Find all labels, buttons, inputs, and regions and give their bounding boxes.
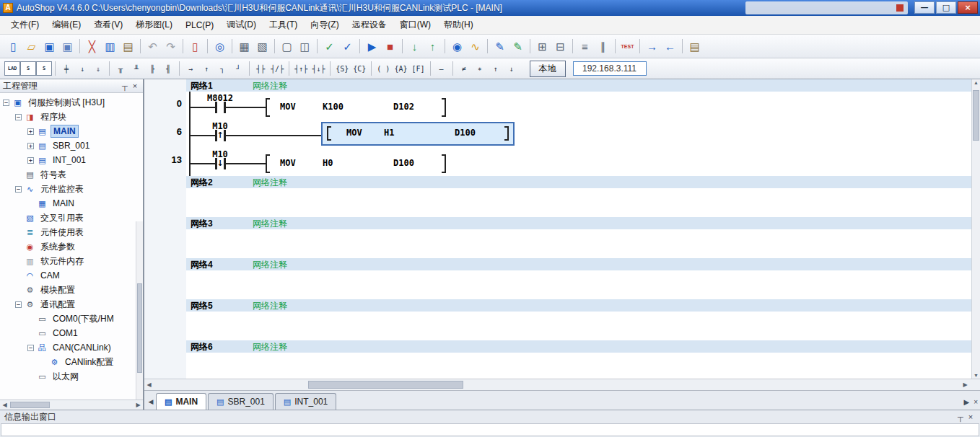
save-button[interactable]: ▣: [40, 37, 58, 56]
tree-item[interactable]: +⚙CANlink配置: [0, 355, 143, 369]
move-up-button[interactable]: ↑: [488, 61, 504, 76]
tree-item[interactable]: +▦MAIN: [0, 196, 143, 211]
tree-item[interactable]: +▧交叉引用表: [0, 211, 143, 225]
tree-expander[interactable]: −: [27, 345, 34, 351]
network-comment[interactable]: 网络注释: [253, 177, 287, 189]
tree-item[interactable]: +▥软元件内存: [0, 254, 143, 268]
upload-from-plc-button[interactable]: ↑: [424, 37, 442, 56]
contact-operand-label[interactable]: M10: [198, 149, 242, 159]
editor-vertical-scrollbar[interactable]: ▲ ▼: [971, 79, 980, 379]
maximize-button[interactable]: □: [936, 1, 956, 14]
delete-row-button[interactable]: ╨: [128, 61, 144, 76]
line-corner-down-button[interactable]: ┐: [214, 61, 230, 76]
network-comment[interactable]: 网络注释: [253, 300, 287, 312]
oscilloscope-button[interactable]: ∿: [466, 37, 484, 56]
tree-item[interactable]: +⚙模块配置: [0, 283, 143, 297]
contact-operand-label[interactable]: M8012: [198, 93, 242, 103]
menu-item[interactable]: PLC(P): [179, 17, 220, 33]
write-button[interactable]: ✎: [491, 37, 509, 56]
close-panel-icon[interactable]: ×: [966, 412, 976, 421]
delete-cell-button[interactable]: ╢: [160, 61, 176, 76]
swap-columns-button[interactable]: ⊟: [551, 37, 569, 56]
tree-item[interactable]: +◉系统参数: [0, 239, 143, 254]
pin-icon[interactable]: ┬: [955, 412, 966, 421]
save-all-button[interactable]: ▣: [58, 37, 76, 56]
tree-item[interactable]: +▤INT_001: [0, 153, 143, 167]
paste-button[interactable]: ▤: [119, 37, 137, 56]
ladder-rung[interactable]: 13↓M10MOVH0D100: [144, 148, 971, 176]
delete-vertical-line-button[interactable]: ∗: [472, 61, 488, 76]
open-contact-button[interactable]: ┤├: [253, 61, 268, 76]
function-instruction-button[interactable]: [F]: [409, 61, 426, 76]
application-instruction-button[interactable]: {A}: [392, 61, 409, 76]
print-button[interactable]: ▦: [235, 37, 253, 56]
tree-vertical-scrollbar[interactable]: [136, 221, 143, 400]
network-comment[interactable]: 网络注释: [253, 218, 287, 230]
menu-item[interactable]: 远程设备: [346, 16, 393, 34]
tree-item[interactable]: −⚙通讯配置: [0, 297, 143, 312]
delete-button[interactable]: ▯: [186, 37, 204, 56]
selected-instruction-box[interactable]: MOVH1D100: [321, 122, 515, 146]
tree-item[interactable]: −▣伺服控制测试 [H3U]: [0, 95, 143, 110]
tree-item[interactable]: +≣元件使用表: [0, 225, 143, 239]
tab-close-icon[interactable]: ×: [974, 398, 978, 406]
ladder-rung[interactable]: 6↑M10MOVH1D100: [144, 120, 971, 148]
scroll-up-arrow[interactable]: ▲: [972, 80, 980, 85]
jump-forward-button[interactable]: →: [643, 37, 661, 56]
editor-horizontal-scrollbar[interactable]: ◀ ▶: [144, 379, 980, 390]
tree-expander[interactable]: −: [15, 186, 22, 193]
minimize-button[interactable]: —: [914, 1, 935, 14]
tree-item[interactable]: +◠CAM: [0, 268, 143, 283]
verify-button[interactable]: ✎: [509, 37, 527, 56]
tab-sbr_001[interactable]: ▤SBR_001: [208, 393, 274, 410]
network-comment[interactable]: 网络注释: [253, 259, 287, 271]
tree-item[interactable]: −品CAN(CANLink): [0, 340, 143, 355]
scroll-left-arrow[interactable]: ◀: [144, 381, 154, 388]
jump-back-button[interactable]: ←: [661, 37, 679, 56]
scrollbar-thumb[interactable]: [308, 381, 463, 389]
set-instruction-button[interactable]: {S}: [333, 61, 351, 76]
line-up-button[interactable]: ↑: [198, 61, 214, 76]
network-comment[interactable]: 网络注释: [253, 341, 287, 353]
tree-expander[interactable]: +: [27, 143, 34, 149]
compare-not-equal-button[interactable]: ≠: [456, 61, 472, 76]
help-manual-button[interactable]: ▤: [686, 37, 704, 56]
print-preview-button[interactable]: ▧: [253, 37, 271, 56]
tree-expander[interactable]: −: [3, 100, 9, 106]
scrollbar-thumb[interactable]: [137, 283, 142, 373]
tile-windows-button[interactable]: ◫: [296, 37, 314, 56]
rising-edge-contact-button[interactable]: ┤↑├: [292, 61, 310, 76]
undo-button[interactable]: ↶: [144, 37, 162, 56]
scroll-right-arrow[interactable]: ▶: [134, 402, 143, 408]
redo-button[interactable]: ↷: [162, 37, 180, 56]
close-panel-icon[interactable]: ×: [130, 81, 140, 90]
tab-scroll-right[interactable]: ▶: [963, 398, 969, 406]
tree-item[interactable]: +▤符号表: [0, 167, 143, 182]
move-down-button[interactable]: ↓: [504, 61, 520, 76]
plc-ip-field[interactable]: 192.168.3.111: [573, 61, 647, 76]
download-to-plc-button[interactable]: ↓: [406, 37, 424, 56]
falling-edge-contact-button[interactable]: ┤↓├: [310, 61, 327, 76]
scroll-down-arrow[interactable]: ▼: [972, 373, 980, 378]
new-window-button[interactable]: ▢: [278, 37, 296, 56]
stop-button[interactable]: ■: [381, 37, 399, 56]
cut-button[interactable]: ╳: [83, 37, 101, 56]
sfc-step-alt-button[interactable]: S: [36, 61, 52, 76]
tree-item-selected[interactable]: +▤MAIN: [0, 124, 143, 138]
find-button[interactable]: ◎: [211, 37, 229, 56]
pin-icon[interactable]: ┬: [120, 81, 130, 90]
scroll-right-arrow[interactable]: ▶: [961, 381, 970, 388]
reset-instruction-button[interactable]: {C}: [351, 61, 368, 76]
tab-int_001[interactable]: ▤INT_001: [275, 393, 336, 410]
horizontal-line-button[interactable]: —: [434, 61, 450, 76]
menu-item[interactable]: 文件(F): [4, 16, 45, 34]
insert-down-multi-button[interactable]: ⇓: [90, 61, 106, 76]
tree-horizontal-scrollbar[interactable]: ◀ ▶: [0, 400, 143, 410]
tab-main[interactable]: ▤MAIN: [156, 393, 206, 410]
insert-cell-button[interactable]: ╟: [144, 61, 160, 76]
test-device-button[interactable]: TEST: [618, 37, 636, 56]
new-project-button[interactable]: ▯: [4, 37, 22, 56]
align-vertical-button[interactable]: ∥: [594, 37, 612, 56]
contact-operand-label[interactable]: M10: [198, 121, 242, 131]
run-button[interactable]: ▶: [363, 37, 381, 56]
